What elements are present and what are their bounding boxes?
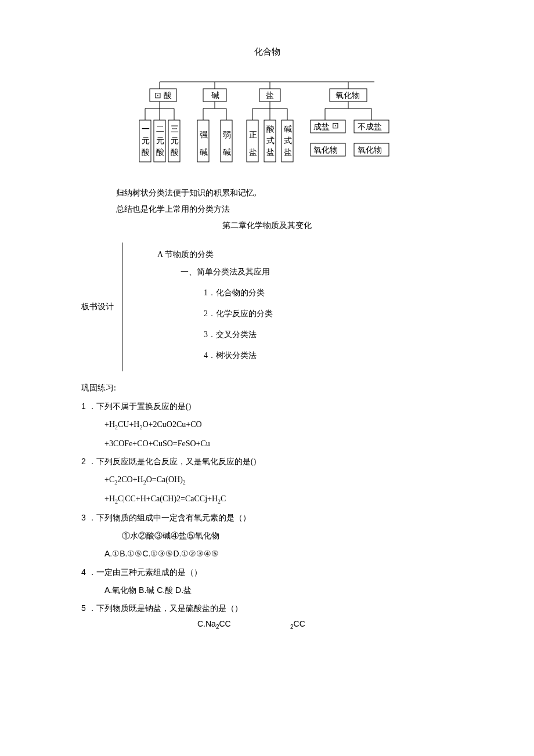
question-5: 5．下列物质既是钠盐，又是硫酸盐的是（） <box>81 601 453 616</box>
svg-text:碱: 碱 <box>223 148 231 157</box>
bb-item: 4．树状分类法 <box>204 350 273 361</box>
chapter-title: 第二章化学物质及其变化 <box>81 220 453 231</box>
bb-subsection: 一、简单分类法及其应用 <box>181 267 273 277</box>
svg-text:弱: 弱 <box>223 131 231 139</box>
board-design-label: 板书设计 <box>81 302 122 312</box>
q-num: 1 <box>81 401 86 411</box>
svg-rect-5 <box>150 89 176 102</box>
svg-text:不成盐: 不成盐 <box>358 122 382 131</box>
bb-item: 3．交叉分类法 <box>204 330 273 340</box>
chapter-section: 第二章化学物质及其变化 板书设计 A 节物质的分类 一、简单分类法及其应用 1．… <box>81 220 453 371</box>
q-num: 5 <box>81 603 86 613</box>
svg-text:元: 元 <box>171 136 179 145</box>
q5-options: C.Na2CC 2CC <box>81 619 453 630</box>
exercise-heading: 巩固练习: <box>81 383 453 393</box>
svg-text:二: 二 <box>156 125 164 133</box>
q3-options: A.①B.①⑤C.①③⑤D.①②③④⑤ <box>81 547 453 561</box>
q3-items: ①水②酸③碱④盐⑤氧化物 <box>81 529 453 543</box>
svg-text:氧化物: 氧化物 <box>313 146 338 154</box>
q-num: 2 <box>81 457 86 466</box>
compound-title: 化合物 <box>81 46 453 57</box>
tree-node-acid: 酸 <box>164 91 172 100</box>
svg-text:盐: 盐 <box>249 148 257 157</box>
bb-section-title: A 节物质的分类 <box>157 249 273 260</box>
svg-text:强: 强 <box>200 131 208 139</box>
tree-diagram: ⊡ 酸 碱 盐 氧化物 一 元 酸 二 元 酸 三 元 酸 <box>81 75 453 171</box>
svg-text:氧化物: 氧化物 <box>358 146 382 154</box>
question-1: 1．下列不属于置换反应的是() <box>81 399 453 414</box>
question-3: 3．下列物质的组成中一定含有氧元素的是（） <box>81 511 453 525</box>
tree-node-base: 碱 <box>211 91 219 100</box>
tree-leaf: 一 <box>142 125 150 133</box>
q1-line1: +H2CU+H2O+2CuO2Cu+CO <box>81 417 453 433</box>
svg-text:三: 三 <box>171 125 179 133</box>
svg-text:⊡: ⊡ <box>332 121 339 130</box>
svg-text:酸: 酸 <box>142 148 150 157</box>
bb-item: 1．化合物的分类 <box>204 288 273 298</box>
board-design: 板书设计 A 节物质的分类 一、简单分类法及其应用 1．化合物的分类 2．化学反… <box>81 243 453 371</box>
question-4: 4．一定由三种元素组成的是（） <box>81 565 453 580</box>
q2-line1: +C22CO+H2O=Ca(OH)2 <box>81 472 453 488</box>
svg-text:碱: 碱 <box>284 125 292 133</box>
q5-opt-c: C.Na2CC <box>197 619 290 630</box>
q5-opt-d: 2CC <box>290 619 305 630</box>
svg-text:盐: 盐 <box>284 148 292 157</box>
classification-tree: ⊡ 酸 碱 盐 氧化物 一 元 酸 二 元 酸 三 元 酸 <box>139 75 395 171</box>
question-2: 2．下列反应既是化合反应，又是氧化反应的是() <box>81 454 453 469</box>
svg-text:元: 元 <box>142 136 150 145</box>
svg-text:式: 式 <box>266 136 275 145</box>
svg-text:式: 式 <box>284 136 292 145</box>
svg-text:酸: 酸 <box>171 148 179 157</box>
bb-item: 2．化学反应的分类 <box>204 309 273 319</box>
svg-text:盐: 盐 <box>266 148 275 157</box>
q-num: 4 <box>81 567 86 577</box>
q-num: 3 <box>81 513 86 522</box>
dot-icon: ⊡ <box>154 91 161 100</box>
summary-line-2: 总结也是化学上常用的分类方法 <box>81 204 453 215</box>
q2-line2: +H2C|CC+H+Ca(CH)2=CaCCj+H2C <box>81 491 453 507</box>
svg-text:酸: 酸 <box>266 125 275 133</box>
q4-options: A.氧化物 B.碱 C.酸 D.盐 <box>81 583 453 598</box>
svg-text:碱: 碱 <box>200 148 208 157</box>
page: 化合物 ⊡ 酸 碱 盐 氧化物 <box>0 0 534 665</box>
svg-text:酸: 酸 <box>156 148 164 157</box>
tree-node-salt: 盐 <box>266 91 274 100</box>
svg-text:正: 正 <box>249 131 257 139</box>
q1-line2: +3COFe+CO+CuSO=FeSO+Cu <box>81 436 453 451</box>
tree-node-oxide: 氧化物 <box>335 91 360 100</box>
svg-text:元: 元 <box>156 136 164 145</box>
board-design-content: A 节物质的分类 一、简单分类法及其应用 1．化合物的分类 2．化学反应的分类 … <box>122 243 273 371</box>
svg-text:成盐: 成盐 <box>313 122 330 131</box>
summary-line-1: 归纳树状分类法便于知识的积累和记忆, <box>81 188 453 198</box>
